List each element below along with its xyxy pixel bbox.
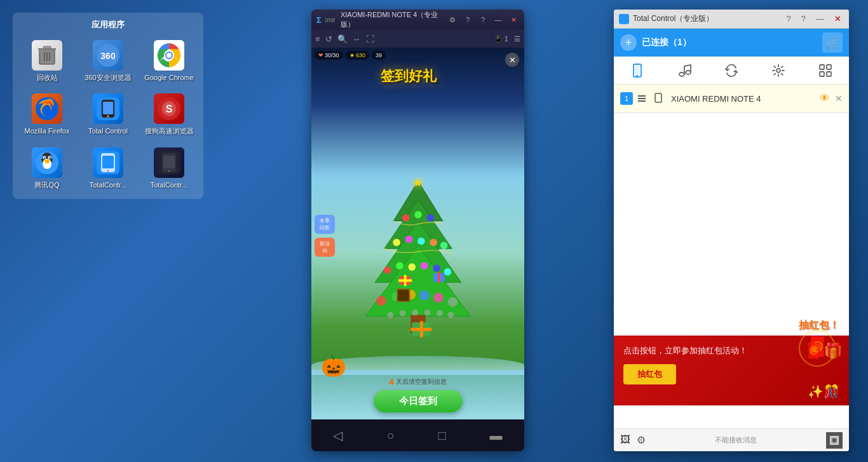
tc-nav-music[interactable] bbox=[673, 59, 696, 82]
refresh-icon[interactable]: ↺ bbox=[325, 34, 332, 44]
app-brand: imir bbox=[325, 17, 336, 24]
svg-point-53 bbox=[408, 263, 416, 271]
tc-nav-settings[interactable] bbox=[767, 59, 790, 82]
device-line-1 bbox=[638, 95, 646, 97]
tc-cart-btn[interactable]: 🛒 bbox=[822, 32, 843, 53]
panel-title: 应用程序 bbox=[19, 19, 197, 31]
svg-point-16 bbox=[107, 115, 109, 118]
desktop-icon-firefox[interactable]: Mozilla Firefox bbox=[19, 90, 75, 139]
tc-footer: 🖼 ⚙ 不能接收消息 bbox=[614, 428, 849, 451]
desktop-icon-sougou[interactable]: S 搜狗高速浏览器 bbox=[141, 90, 197, 139]
totalcontrol-icon bbox=[93, 93, 123, 124]
totalcontrol2-icon bbox=[93, 147, 123, 178]
tc-close-btn[interactable]: ✕ bbox=[832, 13, 844, 25]
svg-point-32 bbox=[107, 170, 109, 172]
tc-nav-sync[interactable] bbox=[720, 59, 743, 82]
chrome-label: Google Chrome bbox=[144, 73, 194, 82]
svg-point-45 bbox=[426, 214, 434, 222]
svg-point-11 bbox=[166, 53, 172, 58]
device-remove-btn[interactable]: ✕ bbox=[835, 93, 843, 104]
desktop-icon-360[interactable]: 360 360安全浏览器 bbox=[80, 37, 136, 85]
side-btn-winter[interactable]: 冬季问答 bbox=[315, 215, 335, 234]
toolbar-right: 📱 1 ☰ bbox=[494, 35, 520, 43]
christmas-tree-svg: ★ bbox=[336, 175, 501, 365]
help-btn[interactable]: ? bbox=[462, 14, 473, 25]
svg-point-81 bbox=[637, 74, 638, 76]
tc-help2-btn[interactable]: ? bbox=[799, 13, 808, 25]
desktop-icon-totalcontrol2[interactable]: TotalContr... bbox=[80, 144, 136, 193]
svg-rect-86 bbox=[827, 65, 831, 69]
svg-text:360: 360 bbox=[100, 51, 116, 61]
desktop-icon-chrome[interactable]: Google Chrome bbox=[141, 37, 197, 85]
svg-rect-85 bbox=[820, 65, 824, 69]
svg-point-43 bbox=[402, 214, 409, 222]
footer-settings-icon[interactable]: ⚙ bbox=[637, 434, 646, 446]
tc-title: Total Control（专业版） bbox=[633, 13, 784, 24]
svg-point-77 bbox=[437, 310, 443, 316]
device-list: 1 XIAOMI REDMI NOTE 4 👁 ✕ bbox=[614, 85, 849, 113]
side-btn-activity[interactable]: 新活动 bbox=[315, 238, 335, 257]
total-control-window: Total Control（专业版） ? ? — ✕ + 已连接（1） 🛒 bbox=[614, 10, 849, 451]
totalcontrol3-icon bbox=[154, 147, 184, 178]
settings-btn[interactable]: ⚙ bbox=[447, 14, 458, 25]
titlebar-icons: ⚙ ? ? — ✕ bbox=[447, 14, 519, 25]
close-btn[interactable]: ✕ bbox=[508, 14, 519, 25]
svg-point-76 bbox=[424, 309, 430, 316]
svg-rect-35 bbox=[163, 156, 175, 168]
android-home-btn[interactable]: ○ bbox=[386, 428, 394, 443]
confetti-icon: ✨🎊 bbox=[808, 384, 839, 399]
tc-minimize-btn[interactable]: — bbox=[813, 13, 827, 25]
tc-add-device-btn[interactable]: + bbox=[620, 34, 637, 51]
minimize-btn[interactable]: — bbox=[492, 14, 504, 25]
qq-icon bbox=[32, 147, 62, 178]
phone-mirror-window: Σ imir XIAOMI-REDMI NOTE 4（专业版） ⚙ ? ? — … bbox=[311, 10, 524, 451]
svg-point-47 bbox=[405, 236, 412, 243]
360-icon: 360 bbox=[93, 40, 123, 71]
promo-action-btn[interactable]: 抽红包 bbox=[623, 364, 676, 384]
tc-help1-btn[interactable]: ? bbox=[784, 13, 794, 25]
side-buttons: 冬季问答 新活动 bbox=[315, 215, 335, 257]
recycle-icon bbox=[32, 40, 62, 71]
android-menu-btn[interactable]: ▬ bbox=[490, 428, 503, 443]
desktop-icon-qq[interactable]: 腾讯QQ bbox=[19, 144, 75, 193]
footer-photo-icon[interactable]: 🖼 bbox=[620, 434, 630, 446]
tc-nav-phone[interactable] bbox=[626, 59, 649, 82]
desktop-icon-recycle[interactable]: 回收站 bbox=[19, 37, 75, 85]
totalcontrol2-label: TotalContr... bbox=[90, 180, 127, 189]
360-label: 360安全浏览器 bbox=[85, 73, 131, 82]
device-view-btn[interactable]: 👁 bbox=[820, 93, 830, 104]
svg-point-78 bbox=[447, 312, 454, 318]
expand-icon[interactable]: ⛶ bbox=[366, 34, 374, 44]
svg-rect-87 bbox=[820, 72, 824, 76]
desktop-icon-totalcontrol[interactable]: Total Control bbox=[80, 90, 136, 139]
svg-rect-89 bbox=[655, 93, 661, 102]
footer-expand-btn[interactable] bbox=[826, 432, 843, 449]
rotate-icon[interactable]: ↔ bbox=[353, 34, 361, 44]
pumpkin-character: 🎃 bbox=[321, 354, 346, 378]
svg-point-51 bbox=[383, 266, 391, 274]
screen-num: 1 bbox=[505, 35, 508, 43]
stat-lives: ❤30/30 bbox=[315, 51, 343, 60]
svg-point-75 bbox=[412, 309, 418, 316]
svg-point-54 bbox=[420, 262, 428, 269]
sougou-label: 搜狗高速浏览器 bbox=[145, 126, 194, 135]
footer-no-message-text: 不能接收消息 bbox=[715, 435, 757, 445]
checkin-days-text: 天后清空签到信息 bbox=[396, 377, 447, 386]
zoom-icon[interactable]: 🔍 bbox=[337, 34, 348, 44]
android-recent-btn[interactable]: □ bbox=[438, 428, 445, 443]
svg-rect-93 bbox=[832, 438, 837, 443]
qq-label: 腾讯QQ bbox=[34, 180, 59, 189]
android-back-btn[interactable]: ◁ bbox=[333, 428, 342, 443]
device-number: 1 bbox=[620, 92, 633, 105]
menu-icon[interactable]: ≡ bbox=[315, 34, 320, 44]
desktop-icon-totalcontrol3[interactable]: TotalContr... bbox=[141, 144, 197, 193]
desktop-panel: 应用程序 回收站 360 bbox=[13, 13, 203, 199]
tc-nav-apps[interactable] bbox=[814, 59, 837, 82]
recycle-label: 回收站 bbox=[37, 73, 58, 82]
game-close-btn[interactable]: ✕ bbox=[505, 53, 519, 67]
checkin-button[interactable]: 今日签到 bbox=[374, 390, 463, 412]
tc-titlebar: Total Control（专业版） ? ? — ✕ bbox=[614, 10, 849, 29]
help2-btn[interactable]: ? bbox=[477, 14, 489, 25]
toolbar-menu-icon[interactable]: ☰ bbox=[514, 35, 520, 43]
tc-app-icon bbox=[619, 14, 629, 24]
